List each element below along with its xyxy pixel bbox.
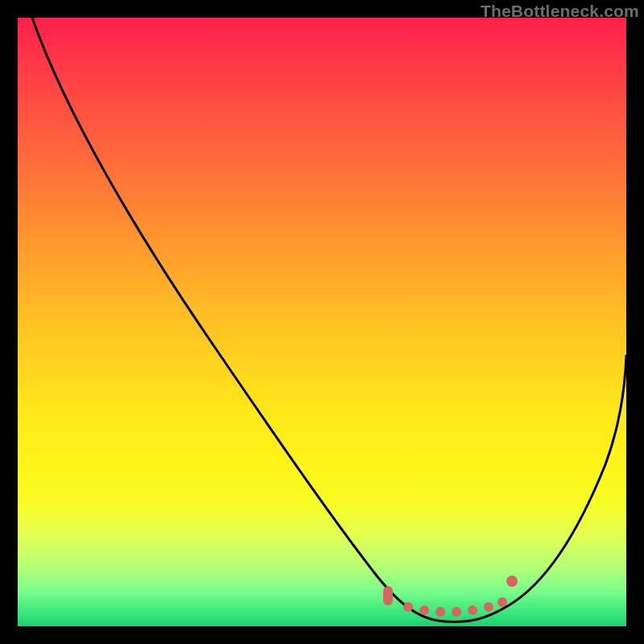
scatter-dot — [484, 602, 493, 612]
chart-container: TheBottleneck.com — [0, 0, 644, 644]
scatter-dot — [403, 602, 413, 612]
scatter-dot — [468, 605, 477, 615]
watermark-text: TheBottleneck.com — [481, 2, 639, 21]
scatter-end-dot — [506, 576, 518, 587]
scatter-dot — [419, 605, 429, 615]
chart-svg-layer — [18, 18, 626, 626]
bottleneck-curve — [32, 18, 626, 621]
scatter-dot — [436, 607, 445, 617]
scatter-dot — [452, 607, 461, 617]
scatter-start-cap — [383, 586, 393, 605]
scatter-dot — [497, 597, 507, 607]
